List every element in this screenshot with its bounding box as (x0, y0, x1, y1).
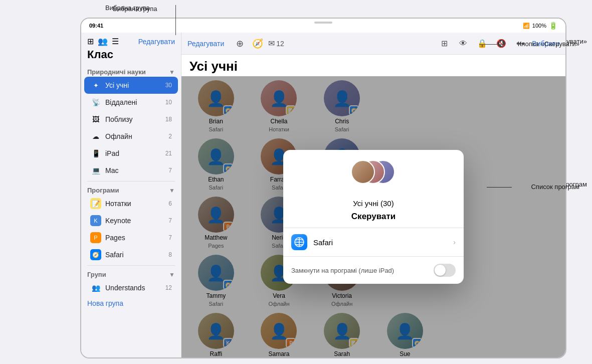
nav-eye-icon[interactable]: 👁 (456, 36, 471, 51)
modal-overlay[interactable]: Усі учні (30) Скерувати (181, 76, 565, 357)
nav-compass-icon[interactable]: 🧭 (250, 36, 265, 51)
modal-chevron-icon: › (453, 238, 456, 246)
nav-bar: Редагувати ⊕ 🧭 ✉ 12 ⊞ 👁 🔒 🔇 ••• Вибрати (181, 33, 565, 55)
sidebar-item-understands[interactable]: 👥 Understands 12 (84, 279, 178, 296)
status-time: 09:41 (89, 23, 103, 29)
sidebar-item-ipad-count: 21 (165, 150, 172, 157)
nav-lock-icon[interactable]: 🔒 (475, 36, 490, 51)
sidebar-item-keynote-label: Keynote (105, 217, 164, 225)
modal-app-name: Safari (313, 238, 453, 247)
sidebar-item-offline-count: 2 (168, 133, 172, 140)
nav-mute-icon[interactable]: 🔇 (494, 36, 509, 51)
sidebar-item-keynote-count: 7 (168, 217, 172, 224)
sidebar-item-all-count: 30 (165, 82, 172, 89)
modal-avatars (351, 160, 396, 195)
annotation-selected-group-label: Вибрана група (113, 5, 157, 13)
sidebar-item-understands-count: 12 (165, 284, 172, 291)
sidebar-section-groups: Групи ▼ (81, 268, 181, 279)
modal-subtitle: Усі учні (30) (353, 199, 393, 208)
pages-icon: P (90, 232, 101, 243)
nav-icons: ⊕ 🧭 ✉ 12 (232, 36, 330, 51)
sidebar-item-ipad-label: iPad (105, 149, 161, 157)
sidebar-section-natural-sciences-label: Природничі науки (87, 68, 146, 76)
nearby-icon: 🖼 (90, 114, 101, 125)
modal-dialog: Усі учні (30) Скерувати (283, 150, 464, 284)
status-icons: 📶 100% 🔋 (523, 22, 557, 30)
sidebar-section-apps-label: Програми (87, 187, 119, 194)
chevron-down-icon-apps[interactable]: ▼ (169, 187, 175, 194)
sidebar-item-mac[interactable]: 💻 Mac 7 (84, 162, 178, 179)
page-header: Усі учні (181, 55, 565, 76)
all-students-icon: ✦ (90, 80, 101, 91)
nav-mail-badge[interactable]: ✉ 12 (268, 39, 284, 48)
ipad-frame: 09:41 📶 100% 🔋 ⊞ 👥 ☰ Редагувати Клас При… (80, 18, 566, 358)
sidebar-item-ipad[interactable]: 📱 iPad 21 (84, 145, 178, 162)
sidebar-item-all-label: Усі учні (105, 81, 161, 89)
chevron-down-icon-groups[interactable]: ▼ (169, 271, 175, 278)
annotation-send-button-label: Кнопка «Скерувати» (518, 40, 579, 48)
sidebar-title: Клас (81, 48, 181, 65)
sidebar-grid-icon[interactable]: ⊞ (87, 37, 94, 46)
sidebar-item-notes[interactable]: 📝 Нотатки 6 (84, 195, 178, 212)
safari-icon: 🧭 (90, 249, 101, 260)
mac-icon: 💻 (90, 165, 101, 176)
modal-app-row[interactable]: Safari › (283, 228, 464, 257)
modal-top: Усі учні (30) Скерувати (283, 150, 464, 228)
sidebar-item-offline[interactable]: ☁ Офлайн 2 (84, 128, 178, 145)
modal-toggle[interactable] (434, 264, 456, 277)
status-bar: 09:41 📶 100% 🔋 (81, 19, 565, 33)
modal-bottom: Замкнути на програмі (лише iPad) (283, 257, 464, 284)
sidebar-people-icon[interactable]: 👥 (98, 37, 108, 46)
nav-layers-icon[interactable]: ⊕ (232, 36, 247, 51)
nav-mail-icon: ✉ (268, 39, 275, 48)
sidebar-item-nearby-count: 18 (165, 116, 172, 123)
sidebar-item-notes-count: 6 (168, 200, 172, 207)
sidebar-toolbar: ⊞ 👥 ☰ (87, 37, 119, 46)
annotation-line-1 (175, 5, 176, 35)
nav-edit-button[interactable]: Редагувати (187, 40, 224, 48)
battery-icon: 🔋 (549, 22, 557, 30)
sidebar-item-mac-label: Mac (105, 166, 164, 174)
sidebar-item-understands-label: Understands (105, 284, 161, 292)
new-group-button[interactable]: Нова група (81, 296, 181, 310)
sidebar-item-pages[interactable]: P Pages 7 (84, 229, 178, 246)
sidebar-item-safari[interactable]: 🧭 Safari 8 (84, 246, 178, 263)
sidebar-item-remote-count: 10 (165, 99, 172, 106)
sidebar-item-remote-label: Віддалені (105, 98, 161, 106)
modal-app-icon (291, 234, 307, 250)
divider-2 (87, 265, 175, 266)
sidebar-section-apps: Програми ▼ (81, 184, 181, 195)
sidebar-section-natural-sciences: Природничі науки ▼ (81, 65, 181, 77)
sidebar-item-remote[interactable]: 📡 Віддалені 10 (84, 94, 178, 111)
nav-grid-icon[interactable]: ⊞ (437, 36, 452, 51)
sidebar-item-offline-label: Офлайн (105, 132, 164, 140)
nav-mail-count: 12 (276, 40, 284, 48)
ipad-icon: 📱 (90, 148, 101, 159)
sidebar-item-nearby[interactable]: 🖼 Поблизу 18 (84, 111, 178, 128)
keynote-icon: K (90, 215, 101, 226)
sidebar-edit-button[interactable]: Редагувати (138, 38, 175, 46)
battery-text: 100% (532, 23, 546, 29)
sidebar: ⊞ 👥 ☰ Редагувати Клас Природничі науки ▼… (81, 33, 181, 357)
chevron-down-icon-sciences[interactable]: ▼ (169, 69, 175, 76)
sidebar-section-groups-label: Групи (87, 271, 106, 278)
divider-1 (87, 181, 175, 181)
modal-lock-label: Замкнути на програмі (лише iPad) (291, 267, 434, 274)
content-area: Редагувати ⊕ 🧭 ✉ 12 ⊞ 👁 🔒 🔇 ••• Вибрати (181, 33, 565, 357)
drag-handle (314, 22, 332, 24)
sidebar-list-icon[interactable]: ☰ (112, 37, 119, 46)
page-title: Усі учні (189, 59, 557, 74)
notes-icon: 📝 (90, 198, 101, 209)
understands-icon: 👥 (90, 282, 101, 293)
modal-avatar-1 (351, 160, 375, 184)
remote-icon: 📡 (90, 97, 101, 108)
offline-icon: ☁ (90, 131, 101, 142)
modal-action-title: Скерувати (351, 212, 396, 222)
sidebar-item-keynote[interactable]: K Keynote 7 (84, 212, 178, 229)
sidebar-item-all-students[interactable]: ✦ Усі учні 30 (84, 77, 178, 94)
sidebar-item-safari-count: 8 (168, 251, 172, 258)
annotation-line-2 (479, 44, 504, 45)
sidebar-item-pages-count: 7 (168, 234, 172, 241)
sidebar-item-mac-count: 7 (168, 167, 172, 174)
sidebar-header: ⊞ 👥 ☰ Редагувати (81, 33, 181, 48)
